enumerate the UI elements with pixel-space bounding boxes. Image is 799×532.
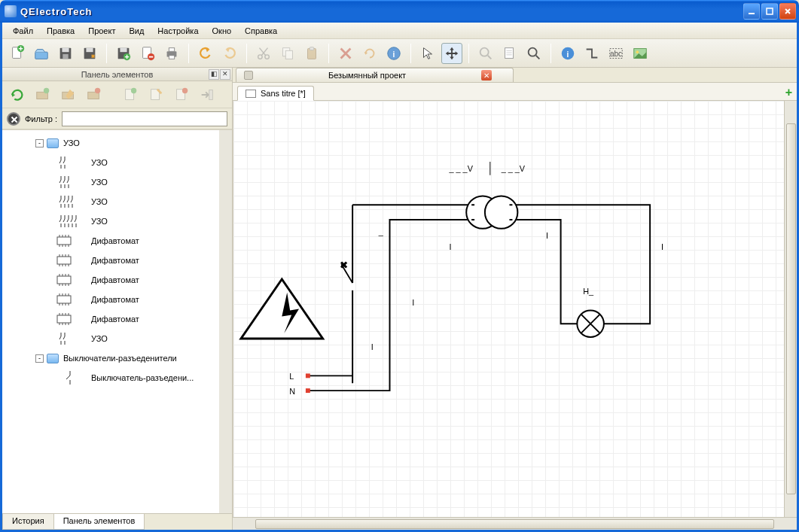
tree-element[interactable]: УЗО bbox=[2, 172, 219, 192]
schematic-canvas[interactable]: ✕ bbox=[233, 101, 784, 517]
svg-point-40 bbox=[95, 87, 100, 93]
tree-toggle[interactable]: - bbox=[35, 139, 44, 147]
tree-label: УЗО bbox=[91, 197, 108, 206]
filter-input[interactable] bbox=[62, 111, 227, 126]
svg-point-29 bbox=[529, 47, 537, 56]
label-I1: I bbox=[450, 242, 452, 251]
project-icon bbox=[244, 71, 253, 80]
svg-point-35 bbox=[636, 50, 639, 53]
panel-title: Панель элементов bbox=[81, 70, 154, 79]
undo-button[interactable] bbox=[195, 43, 216, 64]
label-H: H_ bbox=[583, 287, 594, 296]
svg-point-62 bbox=[485, 196, 517, 228]
paste-button[interactable] bbox=[301, 43, 322, 64]
delete-category-button[interactable] bbox=[84, 84, 105, 105]
menu-project[interactable]: Проект bbox=[82, 25, 121, 37]
tree-element[interactable]: Выключатель-разъедени... bbox=[2, 368, 219, 388]
canvas-area: Безымянный проект ✕ Sans titre [*] + bbox=[233, 68, 797, 530]
minimize-button[interactable] bbox=[743, 3, 760, 20]
window-title: QElectroTech bbox=[20, 6, 743, 17]
tree-label: УЗО bbox=[91, 158, 108, 167]
label-V1: _ _ _V bbox=[449, 164, 474, 173]
tree-folder[interactable]: -УЗО bbox=[2, 133, 219, 153]
edit-element-button[interactable] bbox=[145, 84, 166, 105]
svg-rect-7 bbox=[63, 53, 68, 58]
new-category-button[interactable] bbox=[32, 84, 53, 105]
tree-folder[interactable]: -Выключатели-разъеденители bbox=[2, 348, 219, 368]
save-button[interactable] bbox=[55, 43, 76, 64]
layer-button[interactable] bbox=[499, 43, 520, 64]
panel-close-button[interactable]: ✕ bbox=[220, 69, 230, 80]
find-button[interactable] bbox=[523, 43, 544, 64]
wire-button[interactable] bbox=[581, 43, 602, 64]
menu-view[interactable]: Вид bbox=[123, 25, 150, 37]
clear-filter-icon[interactable] bbox=[7, 112, 20, 126]
pointer-move-button[interactable] bbox=[441, 43, 462, 64]
export-button[interactable] bbox=[113, 43, 134, 64]
tree-scrollbar[interactable] bbox=[219, 130, 232, 513]
tree-element[interactable]: УЗО bbox=[2, 153, 219, 172]
close-button[interactable] bbox=[779, 3, 796, 20]
element-icon bbox=[55, 272, 85, 288]
new-doc-button[interactable] bbox=[7, 43, 28, 64]
reload-button[interactable] bbox=[7, 84, 28, 105]
cut-button[interactable] bbox=[253, 43, 274, 64]
copy-button[interactable] bbox=[277, 43, 298, 64]
svg-point-37 bbox=[44, 87, 49, 93]
menu-settings[interactable]: Настройка bbox=[151, 25, 204, 37]
tab-elements-panel[interactable]: Панель элементов bbox=[53, 514, 145, 530]
tree-toggle[interactable]: - bbox=[35, 354, 44, 363]
schematic-drawing: ✕ bbox=[233, 101, 784, 517]
menu-help[interactable]: Справка bbox=[239, 25, 283, 37]
pointer-select-button[interactable] bbox=[417, 43, 438, 64]
svg-rect-51 bbox=[57, 315, 71, 323]
new-element-button[interactable] bbox=[120, 84, 141, 105]
menu-edit[interactable]: Правка bbox=[41, 25, 81, 37]
save-as-button[interactable] bbox=[79, 43, 100, 64]
sheet-tab[interactable]: Sans titre [*] bbox=[237, 86, 314, 101]
delete-element-button[interactable] bbox=[171, 84, 192, 105]
tree-element[interactable]: Дифавтомат bbox=[2, 251, 219, 270]
tree-element[interactable]: Дифавтомат bbox=[2, 231, 219, 251]
open-button[interactable] bbox=[31, 43, 52, 64]
canvas-vertical-scrollbar[interactable] bbox=[784, 101, 797, 517]
canvas-horizontal-scrollbar[interactable] bbox=[233, 517, 797, 530]
element-icon bbox=[55, 291, 85, 308]
info-button[interactable]: i bbox=[557, 43, 578, 64]
svg-text:i: i bbox=[393, 50, 395, 58]
menu-file[interactable]: Файл bbox=[7, 25, 39, 37]
project-tab[interactable]: Безымянный проект ✕ bbox=[236, 68, 514, 82]
sheet-tab-row: Sans titre [*] + bbox=[233, 83, 797, 101]
maximize-button[interactable] bbox=[761, 3, 778, 20]
zoom-button[interactable] bbox=[475, 43, 496, 64]
panel-dock-button[interactable]: ◧ bbox=[209, 69, 219, 80]
svg-rect-11 bbox=[120, 47, 127, 51]
rotate-button[interactable] bbox=[359, 43, 380, 64]
delete-button[interactable] bbox=[335, 43, 356, 64]
import-element-button[interactable] bbox=[197, 84, 218, 105]
tree-element[interactable]: УЗО bbox=[2, 211, 219, 231]
textframe-button[interactable]: abc bbox=[605, 43, 627, 64]
elements-tree[interactable]: -УЗОУЗОУЗОУЗОУЗОДифавтоматДифавтоматДифа… bbox=[2, 129, 232, 513]
tree-element[interactable]: Дифавтомат bbox=[2, 309, 219, 329]
element-icon bbox=[55, 174, 85, 190]
tree-element[interactable]: Дифавтомат bbox=[2, 290, 219, 309]
warning-sign bbox=[241, 279, 323, 339]
sheet-tab-label: Sans titre [*] bbox=[261, 89, 306, 98]
tree-element[interactable]: Дифавтомат bbox=[2, 270, 219, 290]
save-schema-button[interactable] bbox=[137, 43, 158, 64]
tree-element[interactable]: УЗО bbox=[2, 329, 219, 348]
print-button[interactable] bbox=[161, 43, 182, 64]
add-sheet-button[interactable]: + bbox=[785, 86, 792, 99]
label-I2: I bbox=[412, 298, 414, 307]
edit-category-button[interactable] bbox=[58, 84, 79, 105]
redo-button[interactable] bbox=[219, 43, 240, 64]
menu-window[interactable]: Окно bbox=[206, 25, 238, 37]
svg-rect-18 bbox=[169, 55, 174, 59]
tree-element[interactable]: УЗО bbox=[2, 192, 219, 211]
tab-history[interactable]: История bbox=[2, 514, 54, 530]
project-tab-row: Безымянный проект ✕ bbox=[233, 68, 797, 83]
project-close-button[interactable]: ✕ bbox=[481, 70, 492, 81]
image-button[interactable] bbox=[630, 43, 651, 64]
properties-button[interactable]: i bbox=[383, 43, 404, 64]
